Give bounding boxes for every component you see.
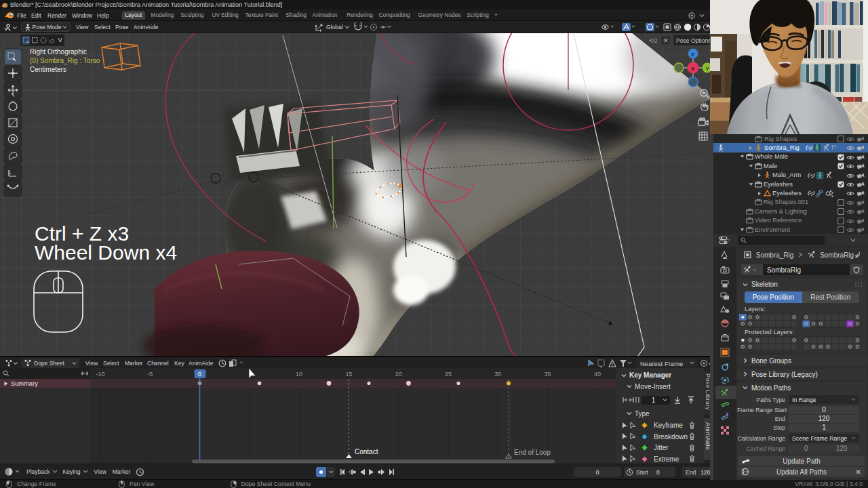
svg-text:Pose Options: Pose Options <box>676 37 710 44</box>
svg-text:-5: -5 <box>147 371 153 378</box>
svg-text:Wheel Down x4: Wheel Down x4 <box>35 241 177 264</box>
svg-text:Nearest Frame: Nearest Frame <box>640 360 683 367</box>
svg-text:Contact: Contact <box>355 448 378 455</box>
svg-text:(0) Sombra_Rig : Torso: (0) Sombra_Rig : Torso <box>30 57 100 64</box>
svg-text:X: X <box>691 66 695 72</box>
svg-text:-10: -10 <box>96 371 104 378</box>
svg-text:End of Loop: End of Loop <box>514 449 551 456</box>
svg-text:⟲2: ⟲2 <box>649 37 658 44</box>
svg-text:30: 30 <box>494 371 501 378</box>
svg-text:15: 15 <box>345 371 352 378</box>
svg-text:0: 0 <box>198 370 201 378</box>
svg-text:✕: ✕ <box>663 37 669 44</box>
svg-text:Centimeters: Centimeters <box>30 66 66 73</box>
svg-text:20: 20 <box>395 371 402 378</box>
svg-text:10: 10 <box>296 371 302 378</box>
svg-text:40: 40 <box>594 371 601 378</box>
svg-text:Z: Z <box>691 52 694 58</box>
svg-text:Right Orthographic: Right Orthographic <box>30 48 87 56</box>
svg-text:35: 35 <box>545 371 551 378</box>
svg-text:25: 25 <box>445 371 452 378</box>
svg-text:Y: Y <box>706 66 710 72</box>
